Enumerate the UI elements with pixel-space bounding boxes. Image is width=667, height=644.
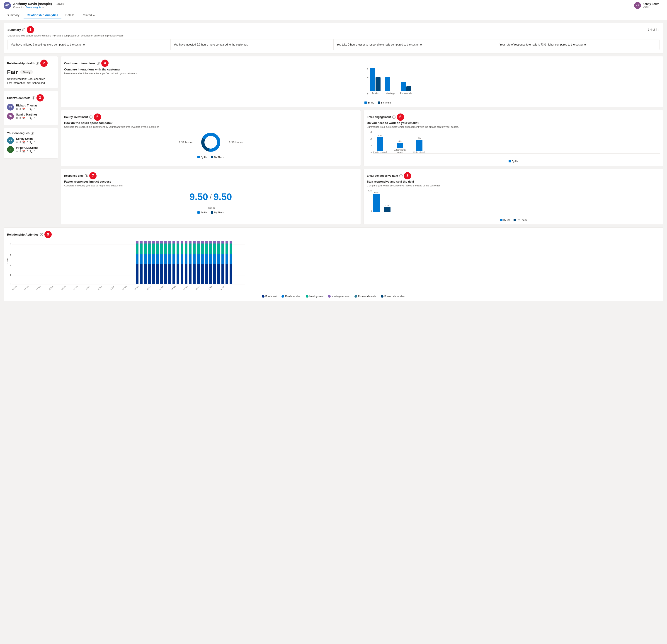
ra-x-label: 18 Jan	[146, 285, 152, 291]
ra-bar-segment	[160, 264, 163, 284]
ra-bar-segment	[181, 244, 183, 254]
rt-legend-us-dot	[197, 211, 200, 214]
phone-icon-pp: 📞	[30, 150, 33, 153]
rt-display: 9.50 / 9.50	[64, 192, 357, 202]
ra-bar-segment	[213, 241, 216, 244]
ra-bar-segment	[173, 254, 175, 264]
step-badge-5: 5	[94, 114, 101, 121]
rt-legend-them-label: By Them	[214, 211, 224, 214]
last-value: Not Scheduled	[27, 82, 45, 85]
ra-bar-segment	[189, 241, 192, 244]
ra-bar-segment	[226, 244, 228, 254]
ee-info-icon[interactable]: i	[392, 116, 395, 119]
contacts-info-icon[interactable]: i	[32, 96, 35, 99]
email-engagement-card: Email engagement i 6 Do you need to work…	[363, 110, 664, 166]
ra-bar-segment	[152, 244, 155, 254]
ra-bar-segment	[152, 254, 155, 264]
colleague-item-1: # # PpdfCDSClient ✉3 📅5 📞1	[7, 146, 55, 153]
user-chevron-icon[interactable]: ⌄	[661, 4, 663, 7]
ra-bar-segment	[185, 241, 188, 244]
ra-bar-segment	[156, 244, 159, 254]
ra-legend-emails-received: Emails received	[281, 295, 301, 298]
ra-bar-segment	[222, 244, 224, 254]
pagination: ‹ 1-4 of 4 ›	[646, 28, 660, 32]
page-next-icon[interactable]: ›	[658, 28, 660, 32]
step-badge-8: 8	[404, 172, 411, 179]
tab-related[interactable]: Related ⌄	[78, 12, 98, 19]
ra-bar-segment	[164, 244, 167, 254]
ci-bar-phonecalls: Phone calls	[400, 82, 412, 95]
ci-bar-emails-bars	[370, 68, 380, 91]
tab-relationship-analytics[interactable]: Relationship Analytics	[23, 12, 61, 19]
app-chevron-icon[interactable]: ⌄	[42, 6, 44, 9]
ci-chart: 6420 Emails	[364, 68, 660, 99]
colleagues-info-icon[interactable]: i	[31, 132, 34, 135]
ra-bar-segment	[140, 264, 143, 284]
rel-health-info-icon[interactable]: i	[36, 62, 39, 65]
contact-stats-sm: ✉3 📅5 📞1	[16, 117, 37, 120]
email-icon-sm: ✉	[16, 117, 18, 120]
contact-avatar-sm: SM	[7, 113, 14, 120]
ra-bar-segment	[205, 254, 208, 264]
step-badge-7: 7	[89, 172, 97, 179]
ci-desc: Learn more about the interactions you've…	[64, 72, 360, 75]
ra-x-label: 9 Jan	[110, 286, 114, 290]
ra-bar-segment	[136, 241, 139, 244]
ra-bar-segment	[168, 244, 171, 254]
ra-bar-segment	[168, 241, 171, 244]
colleague-name-ks: Kenny Smith	[16, 137, 35, 141]
ra-bar-segment	[230, 244, 232, 254]
clients-contacts-card: Client's contacts i 3 RT Richard Thomas …	[4, 91, 58, 125]
ee-legend-us: By Us	[508, 160, 518, 163]
colleagues-title: Your colleagues i	[7, 131, 55, 135]
ci-info-icon[interactable]: i	[97, 62, 100, 65]
rt-info-icon[interactable]: i	[85, 174, 88, 177]
esr-info-icon[interactable]: i	[399, 174, 403, 177]
rt-legend: By Us By Them	[64, 211, 357, 214]
hi-donut-container: 8.33 hours 3.33 hours	[64, 131, 357, 153]
user-role: Owner	[643, 6, 659, 8]
summary-title-text: Summary	[7, 28, 21, 32]
ra-bar-segment	[156, 241, 159, 244]
hi-legend: By Us By Them	[64, 156, 357, 159]
app-name[interactable]: Sales Insights	[26, 6, 41, 9]
ra-legend-meetings-received-label: Meetings received	[331, 295, 350, 298]
customer-interactions-card: Customer interactions i 4 Compare intera…	[61, 56, 663, 108]
email-sendreceive-card: Email send/receive ratio i 8 Stay respon…	[363, 169, 664, 225]
svg-text:Count: Count	[7, 258, 9, 263]
ee-pct-attachments: 4%	[398, 140, 402, 142]
colleague-item-0: KS Kenny Smith ✉3 📅5 📞1	[7, 137, 55, 144]
ra-bar-segment	[205, 241, 208, 244]
contact-item-0: RT Richard Thomas ✉3 📅5 📞1	[7, 104, 55, 111]
ra-bar-segment	[226, 241, 228, 244]
svg-text:1: 1	[10, 274, 11, 276]
summary-info-icon[interactable]: i	[22, 28, 26, 31]
ra-legend: Emails sent Emails received Meetings sen…	[7, 295, 660, 298]
tab-details[interactable]: Details	[62, 12, 78, 19]
ee-title-text: Email engagement	[367, 116, 391, 119]
hi-desc: Compare the overall time investment by y…	[64, 126, 357, 128]
summary-subtitle: Metrics and key performance indicators (…	[7, 34, 660, 37]
ra-bar-segment	[164, 264, 167, 284]
ra-bar-segment	[217, 264, 220, 284]
ci-label-phonecalls: Phone calls	[400, 92, 412, 95]
hi-info-icon[interactable]: i	[89, 116, 93, 119]
ra-bar-segment	[222, 241, 224, 244]
last-interaction: Last interaction: Not Scheduled	[7, 82, 55, 85]
hi-hours-them: 3.33 hours	[229, 141, 243, 144]
ra-bar-segment	[160, 254, 163, 264]
ra-legend-emails-sent-label: Emails sent	[265, 295, 277, 298]
ra-info-icon[interactable]: i	[40, 233, 43, 236]
chart-row-2: Response time i 7 Faster responses impac…	[61, 169, 663, 225]
page-prev-icon[interactable]: ‹	[646, 28, 647, 32]
ra-bar-segment	[201, 241, 204, 244]
rt-title: Response time i 7	[64, 172, 357, 179]
ci-bar-emails: Emails	[370, 68, 380, 95]
esr-pct-us: 40%	[374, 191, 378, 194]
ra-bar-segment	[160, 244, 163, 254]
esr-legend: By Us By Them	[367, 219, 660, 221]
contact-stats-rt: ✉3 📅5 📞1	[16, 108, 37, 111]
health-status-text: Fair	[7, 69, 18, 76]
tab-summary[interactable]: Summary	[4, 12, 23, 19]
esr-legend-them-label: By Them	[517, 219, 527, 221]
